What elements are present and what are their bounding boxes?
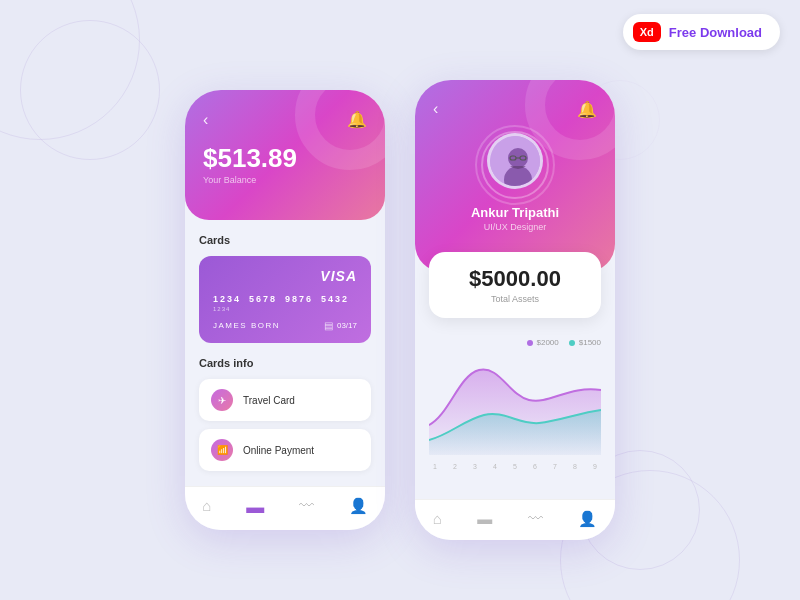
cards-info-section: Cards info ✈ Travel Card 📶 Online Paymen… bbox=[199, 357, 371, 471]
xd-badge: Xd bbox=[633, 22, 661, 42]
phone-1: ‹ 🔔 $513.89 Your Balance Cards VISA 1234… bbox=[185, 90, 385, 530]
nav2-chart[interactable]: 〰 bbox=[528, 510, 543, 528]
nav-profile[interactable]: 👤 bbox=[349, 497, 368, 518]
travel-card-item[interactable]: ✈ Travel Card bbox=[199, 379, 371, 421]
x-label-2: 2 bbox=[453, 463, 457, 470]
wifi-icon: 📶 bbox=[211, 439, 233, 461]
credit-card: VISA 1234 1234 5678 9876 5432 bbox=[199, 256, 371, 343]
x-label-9: 9 bbox=[593, 463, 597, 470]
card-bottom: JAMES BORN ▤ 03/17 bbox=[213, 320, 357, 331]
nav-chart[interactable]: 〰 bbox=[299, 497, 314, 518]
chart-icon-2: 〰 bbox=[528, 510, 543, 527]
user-name: Ankur Tripathi bbox=[471, 205, 559, 220]
home-icon: ⌂ bbox=[202, 497, 211, 514]
phone2-header: ‹ 🔔 bbox=[415, 80, 615, 272]
chart-icon: 〰 bbox=[299, 497, 314, 514]
phone1-header: ‹ 🔔 $513.89 Your Balance bbox=[185, 90, 385, 220]
nav-cards[interactable]: ▬ bbox=[246, 497, 264, 518]
back-icon-2[interactable]: ‹ bbox=[433, 100, 438, 119]
assets-amount: $5000.00 bbox=[449, 266, 581, 292]
nav2-home[interactable]: ⌂ bbox=[433, 510, 442, 528]
line-chart bbox=[429, 355, 601, 455]
back-icon[interactable]: ‹ bbox=[203, 111, 208, 129]
x-label-5: 5 bbox=[513, 463, 517, 470]
x-label-3: 3 bbox=[473, 463, 477, 470]
phone1-body: Cards VISA 1234 1234 5678 9876 bbox=[185, 220, 385, 471]
assets-card: $5000.00 Total Assets bbox=[429, 252, 601, 318]
chart-area: $2000 $1500 bbox=[415, 328, 615, 470]
card-expiry: ▤ 03/17 bbox=[324, 320, 357, 331]
travel-card-label: Travel Card bbox=[243, 395, 295, 406]
phone2-bottom-nav: ⌂ ▬ 〰 👤 bbox=[415, 499, 615, 540]
chart-legend: $2000 $1500 bbox=[429, 338, 601, 347]
travel-icon: ✈ bbox=[211, 389, 233, 411]
legend-purple: $2000 bbox=[527, 338, 559, 347]
card-holder-name: JAMES BORN bbox=[213, 321, 280, 330]
x-label-1: 1 bbox=[433, 463, 437, 470]
online-payment-item[interactable]: 📶 Online Payment bbox=[199, 429, 371, 471]
card-numbers: 1234 1234 5678 9876 5432 bbox=[213, 294, 357, 312]
chart-x-labels: 1 2 3 4 5 6 7 8 9 bbox=[429, 463, 601, 470]
online-payment-label: Online Payment bbox=[243, 445, 314, 456]
nav-home[interactable]: ⌂ bbox=[202, 497, 211, 518]
legend-label-purple: $2000 bbox=[537, 338, 559, 347]
free-download-label: Free Download bbox=[669, 25, 762, 40]
bell-icon-2[interactable]: 🔔 bbox=[577, 100, 597, 119]
cards-icon-2: ▬ bbox=[477, 510, 492, 527]
assets-label: Total Assets bbox=[449, 294, 581, 304]
nav2-cards[interactable]: ▬ bbox=[477, 510, 492, 528]
user-role: UI/UX Designer bbox=[484, 222, 547, 232]
x-label-4: 4 bbox=[493, 463, 497, 470]
x-label-8: 8 bbox=[573, 463, 577, 470]
nav2-profile[interactable]: 👤 bbox=[578, 510, 597, 528]
profile-icon-2: 👤 bbox=[578, 510, 597, 528]
legend-dot-teal bbox=[569, 340, 575, 346]
phones-container: ‹ 🔔 $513.89 Your Balance Cards VISA 1234… bbox=[0, 0, 800, 600]
cards-section-title: Cards bbox=[199, 234, 371, 246]
cards-icon: ▬ bbox=[246, 497, 264, 518]
legend-dot-purple bbox=[527, 340, 533, 346]
profile-icon: 👤 bbox=[349, 497, 368, 515]
visa-brand: VISA bbox=[320, 268, 357, 284]
free-download-button[interactable]: Xd Free Download bbox=[623, 14, 780, 50]
balance-label: Your Balance bbox=[203, 175, 367, 185]
legend-teal: $1500 bbox=[569, 338, 601, 347]
user-avatar: avatar bbox=[487, 133, 543, 189]
legend-label-teal: $1500 bbox=[579, 338, 601, 347]
home-icon-2: ⌂ bbox=[433, 510, 442, 527]
x-label-7: 7 bbox=[553, 463, 557, 470]
phone1-bottom-nav: ⌂ ▬ 〰 👤 bbox=[185, 486, 385, 530]
bell-icon[interactable]: 🔔 bbox=[347, 110, 367, 129]
phone-2: ‹ 🔔 bbox=[415, 80, 615, 540]
x-label-6: 6 bbox=[533, 463, 537, 470]
cards-info-title: Cards info bbox=[199, 357, 371, 369]
